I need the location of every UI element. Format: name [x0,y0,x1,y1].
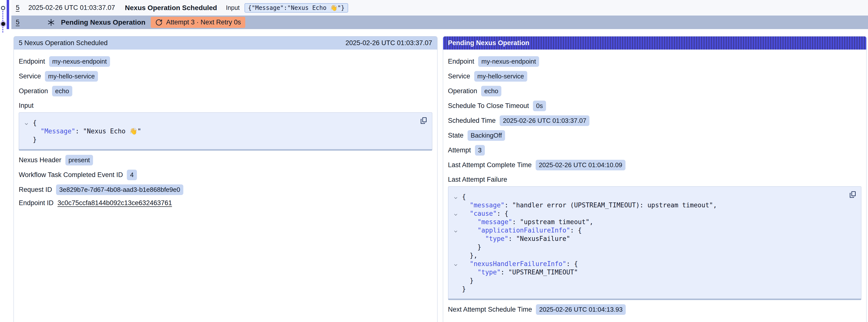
field-attempt: Attempt 3 [448,145,862,156]
field-label: Request ID [19,186,52,194]
event-history-row[interactable]: 5 2025-02-26 UTC 01:03:37.07 Nexus Opera… [11,0,868,15]
scheduled-event-header-title: 5 Nexus Operation Scheduled [19,39,107,47]
schedule-to-close-timeout-badge: 0s [533,101,546,111]
event-marker-filled-icon [1,22,5,26]
scheduled-event-body: Endpoint my-nexus-endpoint Service my-he… [14,50,437,216]
scheduled-event-header: 5 Nexus Operation Scheduled 2025-02-26 U… [14,36,437,50]
json-text: : "NexusFailure" [508,235,570,243]
nexus-asterisk-icon [47,19,55,26]
workflow-event-detail-screen: 5 2025-02-26 UTC 01:03:37.07 Nexus Opera… [0,0,868,322]
json-text: : "UPSTREAM_TIMEOUT" [501,268,578,276]
code-line: "message": "upstream timeout", [452,218,846,226]
pending-event-id-link[interactable]: 5 [16,19,20,26]
event-title: Nexus Operation Scheduled [125,4,217,12]
json-key: "applicationFailureInfo" [477,227,570,234]
json-text: } [462,243,482,251]
json-text [462,201,470,209]
field-label: Endpoint [19,58,45,65]
event-marker-open-icon [1,6,5,10]
code-line: }, [452,251,846,260]
field-label: Next Attempt Schedule Time [448,306,532,313]
field-label: Workflow Task Completed Event ID [19,171,123,179]
pending-operation-header-title: Pending Nexus Operation [448,39,529,47]
field-label: Endpoint ID [19,199,54,207]
pending-operation-header: Pending Nexus Operation [443,36,867,50]
json-text: : { [497,210,508,217]
service-badge: my-hello-service [45,71,98,82]
json-text [462,268,478,276]
endpoint-badge: my-nexus-endpoint [49,56,110,67]
code-line: { [452,193,846,201]
field-label: Scheduled Time [448,117,496,125]
field-label: Operation [19,87,48,95]
json-key: "Message" [40,127,75,135]
field-nexus-header: Nexus Header present [19,155,432,165]
field-label: Operation [448,87,477,95]
json-key: "type" [477,268,501,276]
request-id-badge: 3e829b7e-7d67-4b08-aad3-b1e868bfe9e0 [56,185,183,195]
last-attempt-complete-time-badge: 2025-02-26 UTC 01:04:10.09 [536,160,625,170]
copy-icon[interactable] [420,117,428,125]
json-text [462,210,470,217]
field-wtce-id: Workflow Task Completed Event ID 4 [19,170,432,180]
json-text [462,235,485,243]
event-id-link[interactable]: 5 [16,4,20,11]
field-label: Service [19,72,41,80]
json-text [462,260,470,267]
code-line: } [23,135,417,144]
json-text: }, [462,252,478,259]
json-key: "message" [477,218,512,226]
field-next-attempt-schedule-time: Next Attempt Schedule Time 2025-02-26 UT… [448,304,862,315]
code-line: "Message": "Nexus Echo 👋" [23,127,417,135]
retry-text: Attempt 3 · Next Retry 0s [166,19,241,26]
endpoint-id-link[interactable]: 3c0c75ccfa8144b092c13ce632463761 [58,199,172,207]
json-text [33,127,40,135]
input-json-viewer: { "Message": "Nexus Echo 👋"} [19,112,432,151]
json-key: "type" [485,235,508,243]
state-badge: BackingOff [468,130,505,141]
json-text: } [462,285,466,293]
json-text: { [462,193,466,200]
json-text: } [462,277,474,284]
field-label: Nexus Header [19,156,61,164]
code-line: "type": "NexusFailure" [452,234,846,243]
pending-operation-title: Pending Nexus Operation [61,19,145,26]
timeline-dashed-connector [2,11,3,33]
field-endpoint-id: Endpoint ID 3c0c75ccfa8144b092c13ce63246… [19,199,432,207]
json-text [462,227,478,234]
field-label: Attempt [448,147,471,154]
json-text [462,218,478,226]
pending-operation-body: Endpoint my-nexus-endpoint Service my-he… [443,50,867,322]
last-attempt-failure-label: Last Attempt Failure [448,176,862,184]
scheduled-event-header-timestamp: 2025-02-26 UTC 01:03:37.07 [345,39,432,47]
json-key: "message" [470,201,504,209]
pending-operation-row[interactable]: 5 Pending Nexus Operation Attempt 3 · Ne… [11,15,868,29]
field-service: Service my-hello-service [19,71,432,82]
field-state: State BackingOff [448,130,862,141]
code-line: } [452,277,846,285]
json-text: : "Nexus Echo 👋" [75,127,141,135]
service-badge: my-hello-service [474,71,527,82]
json-text: { [33,119,37,127]
field-operation: Operation echo [448,86,862,96]
json-text: : "handler error (UPSTREAM_TIMEOUT): ups… [504,201,717,209]
next-attempt-schedule-time-badge: 2025-02-26 UTC 01:04:13.93 [536,304,626,315]
field-service: Service my-hello-service [448,71,862,82]
field-endpoint: Endpoint my-nexus-endpoint [19,56,432,67]
input-preview-badge: {"Message":"Nexus Echo 👋"} [245,3,348,12]
attempt-badge: 3 [475,145,485,156]
json-text: : "upstream timeout", [512,218,593,226]
json-text: : { [570,227,582,234]
code-line: "type": "UPSTREAM_TIMEOUT" [452,268,846,277]
field-request-id: Request ID 3e829b7e-7d67-4b08-aad3-b1e86… [19,185,432,195]
wtce-id-badge: 4 [127,170,137,180]
retry-attempt-badge: Attempt 3 · Next Retry 0s [151,17,245,28]
code-line: } [452,243,846,251]
field-label: State [448,132,464,139]
field-label: Endpoint [448,58,474,65]
code-line: } [452,285,846,293]
nexus-header-badge: present [65,155,93,165]
copy-icon[interactable] [849,191,857,199]
field-operation: Operation echo [19,86,432,96]
code-line: "message": "handler error (UPSTREAM_TIME… [452,201,846,209]
